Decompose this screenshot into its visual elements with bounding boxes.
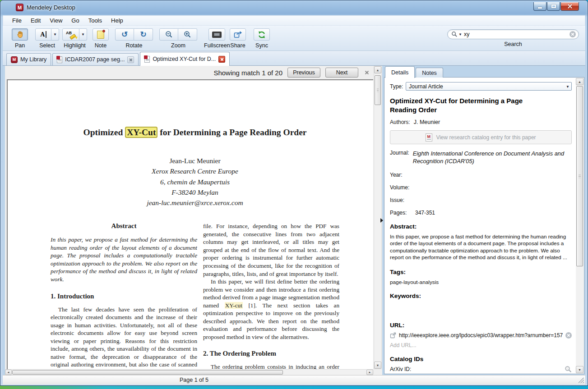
select-text-icon: A xyxy=(40,31,46,38)
search-filter-dropdown[interactable]: ▼ xyxy=(458,32,462,37)
zoom-in-button[interactable] xyxy=(178,28,197,41)
zoom-tool: Zoom xyxy=(159,28,197,49)
scroll-down-icon[interactable]: ▼ xyxy=(576,366,583,373)
mendeley-logo-icon: M xyxy=(11,56,18,63)
share-button[interactable] xyxy=(230,28,246,41)
search-area: ▼ Search xyxy=(447,29,579,47)
chevron-down-icon: ▼ xyxy=(566,85,569,89)
sync-tool: Sync xyxy=(254,28,270,49)
view-catalog-button[interactable]: M View research catalog entry for this p… xyxy=(390,130,572,144)
details-vertical-scrollbar[interactable]: ▲ ▼ xyxy=(576,78,583,373)
lookup-magnifier-icon[interactable] xyxy=(565,366,572,373)
keywords-value[interactable] xyxy=(390,303,572,315)
close-icon xyxy=(567,4,573,9)
view-catalog-label: View research catalog entry for this pap… xyxy=(436,134,536,141)
menu-edit[interactable]: Edit xyxy=(26,16,45,25)
minimize-icon xyxy=(538,7,542,9)
menu-tools[interactable]: Tools xyxy=(84,16,106,25)
scroll-down-icon[interactable]: ▼ xyxy=(374,362,381,369)
fullscreen-button[interactable] xyxy=(208,28,225,41)
search-match-other: XY-cut xyxy=(225,302,243,309)
close-button[interactable] xyxy=(560,2,579,11)
zoom-label: Zoom xyxy=(171,42,185,49)
authors-value[interactable]: J. Meunier xyxy=(414,119,440,125)
tab-label: ICDAR2007 page seg... xyxy=(65,56,125,63)
rotate-tool: ↺ ↻ Rotate xyxy=(115,28,153,49)
highlight-dropdown-button[interactable]: ▼ xyxy=(79,28,87,41)
search-icon xyxy=(451,31,458,37)
remove-url-icon[interactable] xyxy=(565,332,572,339)
viewer-vertical-scrollbar[interactable]: ▲ ▼ xyxy=(374,66,382,369)
hand-icon xyxy=(16,30,24,39)
tags-heading: Tags: xyxy=(390,269,572,275)
rotate-left-button[interactable]: ↺ xyxy=(115,28,134,41)
author-email: jean-luc.meunier@xrce.xerox.com xyxy=(51,197,339,208)
viewer-horizontal-scrollbar[interactable]: ◄ ► xyxy=(5,369,373,375)
tab-icdar2007[interactable]: ICDAR2007 page seg... xyxy=(52,53,139,65)
select-dropdown-button[interactable]: ▼ xyxy=(51,28,59,41)
previous-match-button[interactable]: Previous xyxy=(287,68,320,78)
menu-view[interactable]: View xyxy=(45,16,67,25)
tab-close-icon[interactable] xyxy=(127,56,134,63)
zoom-out-icon xyxy=(165,31,173,38)
scroll-up-icon[interactable]: ▲ xyxy=(374,66,381,73)
pdf-viewer: Showing match 1 of 20 Previous Next Opti… xyxy=(5,66,382,375)
rotate-right-button[interactable]: ↻ xyxy=(134,28,153,41)
close-match-bar-icon[interactable] xyxy=(364,70,370,75)
scroll-left-icon[interactable]: ◄ xyxy=(5,370,12,375)
window-controls xyxy=(533,2,579,11)
minimize-button[interactable] xyxy=(533,2,546,11)
pdf-page[interactable]: Optimized XY-Cut for Determining a Page … xyxy=(7,79,373,369)
maximize-button[interactable] xyxy=(547,2,560,11)
highlight-button[interactable]: AB xyxy=(62,28,79,41)
abstract-value[interactable]: In this paper, we propose a fast method … xyxy=(390,233,570,261)
menu-bar: File Edit View Go Tools Help xyxy=(3,15,585,26)
chevron-down-icon: ▼ xyxy=(81,32,85,37)
panel-collapse-icon[interactable] xyxy=(380,218,383,223)
catalog-paper-icon: M xyxy=(426,133,432,142)
fullscreen-tool: Fullscreen xyxy=(204,28,230,49)
scrollbar-thumb[interactable] xyxy=(576,86,583,266)
pages-value[interactable]: 347-351 xyxy=(415,210,435,216)
scrollbar-thumb[interactable] xyxy=(375,75,381,105)
select-button[interactable]: A xyxy=(35,28,51,41)
zoom-out-button[interactable] xyxy=(159,28,178,41)
sync-button[interactable] xyxy=(254,28,270,41)
tab-optimized-xycut[interactable]: Optimized XY-Cut for D... xyxy=(140,52,230,66)
tab-my-library[interactable]: M My Library xyxy=(6,53,51,65)
type-select[interactable]: Journal Article ▼ xyxy=(406,82,572,91)
url-value[interactable]: http://ieeexplore.ieee.org/lpdocs/epic03… xyxy=(399,332,563,339)
note-button[interactable] xyxy=(93,28,109,41)
scroll-up-icon[interactable]: ▲ xyxy=(576,78,583,85)
tags-value[interactable]: page-layout-analysis xyxy=(390,279,572,285)
details-tabs: Details Notes xyxy=(385,66,444,78)
left-column: Abstract In this paper, we propose a fas… xyxy=(51,222,197,369)
tab-close-icon[interactable] xyxy=(218,56,225,63)
catalog-ids-heading: Catalog IDs xyxy=(390,356,572,362)
menu-help[interactable]: Help xyxy=(106,16,128,25)
details-panel: Details Notes Type: Journal Article ▼ Op… xyxy=(383,66,585,375)
tab-notes[interactable]: Notes xyxy=(416,68,443,78)
next-match-button[interactable]: Next xyxy=(325,68,358,78)
document-tab-bar: M My Library ICDAR2007 page seg... Optim… xyxy=(3,51,585,66)
menu-go[interactable]: Go xyxy=(67,16,83,25)
tab-details[interactable]: Details xyxy=(385,66,415,78)
scroll-right-icon[interactable]: ► xyxy=(366,370,373,375)
search-clear-icon[interactable] xyxy=(569,31,576,37)
pan-button[interactable] xyxy=(12,28,28,41)
mendeley-logo-icon: M xyxy=(16,4,23,11)
section-1-heading: 1. Introduction xyxy=(51,293,197,300)
pages-label: Pages: xyxy=(390,210,412,216)
journal-value[interactable]: Eighth International Conference on Docum… xyxy=(413,150,566,165)
title-bar[interactable]: M Mendeley Desktop xyxy=(0,2,588,14)
highlighter-icon: AB xyxy=(66,31,76,39)
chevron-down-icon: ▼ xyxy=(53,32,57,37)
search-input[interactable] xyxy=(464,31,569,37)
details-title[interactable]: Optimized XY-Cut for Determining a Page … xyxy=(390,96,539,114)
issue-label: Issue: xyxy=(390,197,412,203)
menu-file[interactable]: File xyxy=(8,16,26,25)
resize-grip[interactable] xyxy=(579,378,584,383)
add-url-link[interactable]: Add URL... xyxy=(390,342,572,348)
search-box[interactable]: ▼ xyxy=(447,29,579,39)
scrollbar-thumb[interactable] xyxy=(12,370,283,375)
